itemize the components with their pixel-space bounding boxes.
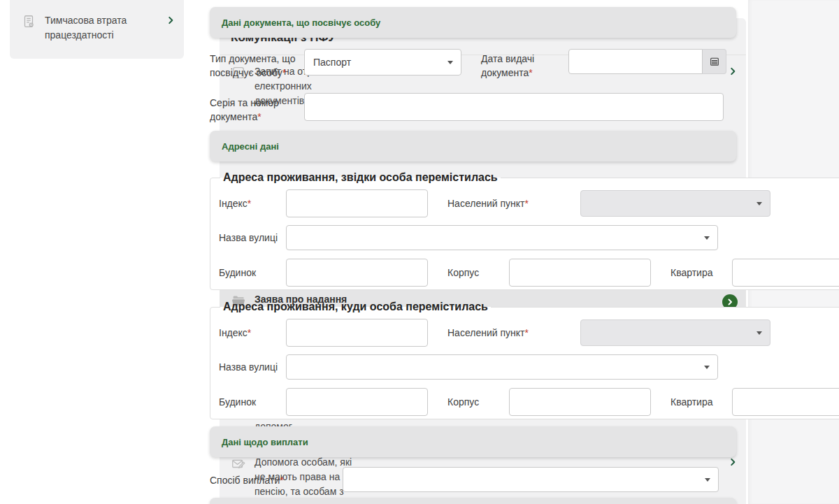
prescription-icon	[21, 14, 36, 29]
doc-number-label: Серія та номер документа*	[210, 93, 297, 124]
doc-type-value: Паспорт	[313, 57, 351, 68]
index-label: Індекс*	[219, 197, 279, 210]
settlement-label: Населений пункт*	[447, 326, 559, 339]
section-header-next-partial	[210, 498, 736, 504]
street-to-select[interactable]	[286, 354, 718, 380]
block-label: Корпус	[447, 396, 488, 408]
address-to-row-1: Індекс* Населений пункт*	[219, 319, 839, 347]
address-to-row-2: Назва вулиці	[219, 354, 839, 380]
issue-date-label: Дата видачі документа*	[481, 49, 561, 80]
section-title: Адресні дані	[222, 141, 279, 152]
chevron-down-icon	[447, 61, 453, 64]
block-from-input[interactable]	[509, 259, 651, 287]
required-asterisk: *	[282, 67, 286, 78]
building-label: Будинок	[219, 396, 279, 408]
index-label: Індекс*	[219, 326, 279, 339]
street-from-select[interactable]	[286, 225, 718, 250]
row-document-number: Серія та номер документа*	[210, 93, 736, 124]
required-asterisk: *	[257, 111, 261, 122]
block-to-input[interactable]	[509, 388, 651, 416]
payment-method-select[interactable]	[343, 467, 719, 492]
address-from-legend: Адреса проживання, звідки особа переміст…	[220, 171, 501, 184]
index-to-input[interactable]	[286, 319, 428, 347]
apartment-label: Квартира	[671, 266, 714, 279]
address-to-fieldset: Адреса проживання, куди особа перемістил…	[210, 301, 839, 419]
settlement-label: Населений пункт*	[447, 197, 559, 210]
required-asterisk: *	[248, 327, 251, 338]
issue-date-group	[568, 49, 726, 74]
section-header-document-data: Дані документа, що посвічує особу	[210, 7, 736, 38]
building-label: Будинок	[219, 266, 279, 279]
settlement-to-select[interactable]	[580, 319, 770, 346]
payment-method-label: Спосіб виплати*	[210, 467, 336, 487]
doc-number-input[interactable]	[304, 93, 724, 121]
sidebar: Тимчасова втрата працездатності Комуніка…	[10, 0, 184, 59]
chevron-down-icon	[705, 478, 710, 482]
calendar-icon	[709, 56, 720, 67]
calendar-button[interactable]	[703, 49, 726, 74]
address-from-row-3: Будинок Корпус Квартира	[219, 259, 839, 287]
sidebar-item-temp-disability[interactable]: Тимчасова втрата працездатності	[10, 7, 184, 49]
doc-type-label: Тип документа, що посвідчує особу*	[210, 49, 297, 80]
application-form: Дані документа, що посвічує особу Тип до…	[210, 0, 736, 504]
index-from-input[interactable]	[286, 189, 428, 217]
section-title: Дані документа, що посвічує особу	[222, 17, 380, 28]
building-to-input[interactable]	[286, 388, 428, 416]
section-header-payment-data: Дані щодо виплати	[210, 426, 736, 457]
apartment-label: Квартира	[671, 396, 714, 408]
required-asterisk: *	[524, 327, 528, 338]
apartment-from-input[interactable]	[732, 259, 839, 287]
chevron-down-icon	[704, 366, 710, 369]
issue-date-input[interactable]	[568, 49, 703, 74]
row-document-type: Тип документа, що посвідчує особу* Паспо…	[210, 49, 736, 80]
street-label: Назва вулиці	[219, 361, 279, 373]
block-label: Корпус	[447, 266, 488, 279]
building-from-input[interactable]	[286, 259, 428, 287]
sidebar-block-top: Тимчасова втрата працездатності	[10, 0, 184, 59]
address-to-row-3: Будинок Корпус Квартира	[219, 388, 839, 416]
doc-type-select[interactable]: Паспорт	[304, 49, 461, 75]
address-from-row-2: Назва вулиці	[219, 225, 839, 250]
required-asterisk: *	[280, 475, 283, 486]
chevron-down-icon	[704, 236, 710, 240]
chevron-down-icon	[756, 331, 762, 335]
chevron-down-icon	[756, 202, 762, 206]
required-asterisk: *	[529, 67, 532, 78]
address-from-fieldset: Адреса проживання, звідки особа переміст…	[210, 171, 839, 290]
section-header-address-data: Адресні дані	[210, 131, 736, 161]
address-to-legend: Адреса проживання, куди особа перемістил…	[220, 301, 491, 313]
street-label: Назва вулиці	[219, 231, 279, 244]
required-asterisk: *	[248, 198, 251, 209]
row-payment-method: Спосіб виплати*	[210, 467, 736, 492]
apartment-to-input[interactable]	[732, 388, 839, 416]
section-title: Дані щодо виплати	[222, 437, 308, 447]
required-asterisk: *	[524, 198, 528, 209]
chevron-right-icon	[166, 15, 175, 25]
settlement-from-select[interactable]	[580, 190, 770, 217]
address-from-row-1: Індекс* Населений пункт*	[219, 189, 839, 217]
sidebar-item-label: Тимчасова втрата працездатності	[45, 13, 152, 43]
